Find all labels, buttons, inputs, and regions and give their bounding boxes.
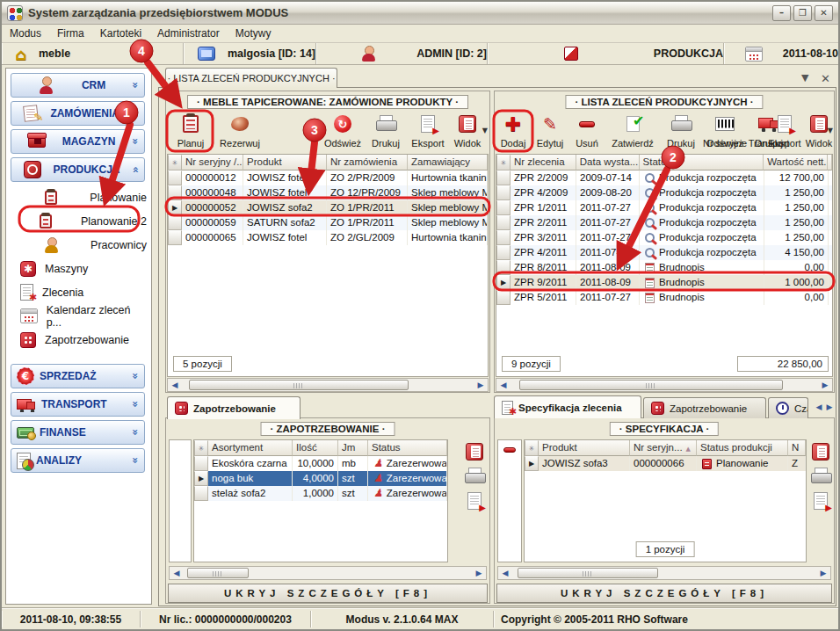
- hide-details-button[interactable]: UKRYJ SZCZEGÓŁY [F8]: [496, 584, 832, 603]
- column-header-clipped[interactable]: N: [788, 440, 806, 456]
- scroll-right-icon[interactable]: ▶: [816, 567, 830, 579]
- column-header[interactable]: Status: [640, 155, 764, 170]
- menu-motywy[interactable]: Motywy: [228, 25, 279, 41]
- odswiez-button[interactable]: Odśwież: [321, 113, 365, 152]
- row-selector[interactable]: [496, 290, 511, 305]
- sidebar-group-analizy[interactable]: ANALIZY »: [11, 448, 145, 473]
- sidebar-item-planowanie[interactable]: Planowanie: [13, 185, 147, 209]
- sidebar-item-zlecenia[interactable]: Zlecenia: [13, 280, 147, 304]
- table-row[interactable]: stelaż sofa2 1,0000 szt Zarezerwowan: [194, 486, 447, 501]
- drukuj-button[interactable]: Drukuj: [366, 113, 405, 152]
- column-header[interactable]: Status: [368, 440, 447, 456]
- eksport-button[interactable]: Eksport: [764, 113, 806, 152]
- tabbar-close-icon[interactable]: ✕: [821, 72, 830, 85]
- sidebar-item-kalendarz[interactable]: Kalendarz zleceń p...: [13, 304, 147, 328]
- column-header[interactable]: Nr zlecenia: [511, 155, 576, 170]
- column-header[interactable]: Produkt: [243, 155, 327, 170]
- tab-zapotrzebowanie[interactable]: Zapotrzebowanie: [167, 396, 301, 419]
- table-row[interactable]: ZPR 2/2011 2011-07-27 Produkcja rozpoczę…: [496, 215, 832, 230]
- scroll-right-icon[interactable]: ▶: [474, 379, 488, 391]
- table-row[interactable]: ZPR 5/2011 2011-07-27 Brudnopis 0,00: [496, 290, 832, 305]
- column-header[interactable]: Asortyment: [208, 440, 293, 456]
- eksport-button[interactable]: Eksport: [407, 113, 449, 152]
- row-current-icon[interactable]: [168, 200, 182, 215]
- scroll-left-icon[interactable]: ◀: [170, 567, 184, 579]
- sidebar-group-finanse[interactable]: FINANSE »: [11, 420, 145, 445]
- scroll-right-icon[interactable]: ▶: [472, 567, 486, 579]
- table-row-selected[interactable]: ZPR 9/2011 2011-08-09 Brudnopis 1 000,00: [496, 275, 832, 290]
- usun-button[interactable]: Usuń: [570, 113, 604, 152]
- date-cell[interactable]: 2011-08-10: [724, 43, 838, 64]
- column-header[interactable]: Nr zamówienia: [327, 155, 408, 170]
- tab-zapotrzebowanie-2[interactable]: Zapotrzebowanie: [643, 397, 766, 418]
- column-header[interactable]: Wartość nett...: [764, 155, 828, 170]
- menu-administrator[interactable]: Administrator: [149, 25, 228, 41]
- column-header-clipped[interactable]: [828, 155, 832, 170]
- widok-button[interactable]: Widok: [451, 113, 484, 152]
- table-row[interactable]: 000000065 JOWISZ fotel ZO 2/GL/2009 Hurt…: [168, 230, 488, 245]
- title-bar[interactable]: System zarządzania przedsiębiorstwem MOD…: [2, 2, 838, 25]
- row-selector[interactable]: [496, 230, 511, 245]
- row-selector[interactable]: [496, 245, 511, 260]
- scroll-right-icon[interactable]: ▶: [818, 379, 832, 391]
- tab-specyfikacja-zlecenia[interactable]: Specyfikacja zlecenia: [494, 395, 641, 418]
- table-row[interactable]: 000000012 JOWISZ fotel ZO 2/PR/2009 Hurt…: [168, 170, 488, 185]
- scroll-thumb[interactable]: [189, 380, 409, 390]
- sidebar-group-magazyn[interactable]: MAGAZYN »: [11, 129, 145, 154]
- menu-firma[interactable]: Firma: [49, 25, 92, 41]
- close-icon[interactable]: ✕: [815, 5, 833, 21]
- view-icon[interactable]: [466, 443, 483, 461]
- row-current-icon[interactable]: [194, 471, 208, 486]
- column-header[interactable]: Jm: [338, 440, 368, 456]
- demand-hscrollbar[interactable]: ◀ ▶: [169, 566, 487, 580]
- sidebar-group-crm[interactable]: CRM »: [11, 73, 145, 98]
- scroll-left-icon[interactable]: ◀: [168, 379, 182, 391]
- scroll-left-icon[interactable]: ◀: [498, 567, 512, 579]
- scroll-thumb[interactable]: [519, 380, 783, 390]
- menu-modus[interactable]: Modus: [2, 25, 49, 41]
- zatwierdz-button[interactable]: Zatwierdź: [605, 113, 660, 152]
- hide-details-button[interactable]: UKRYJ SZCZEGÓŁY [F8]: [168, 584, 488, 603]
- row-selector[interactable]: [168, 185, 182, 200]
- row-selector[interactable]: [496, 200, 511, 215]
- edytuj-button[interactable]: Edytuj: [532, 113, 568, 152]
- row-current-icon[interactable]: [496, 275, 511, 290]
- scroll-thumb[interactable]: [518, 568, 658, 578]
- row-selector[interactable]: [168, 230, 182, 245]
- scroll-track[interactable]: [182, 379, 474, 391]
- column-header[interactable]: Status produkcji: [697, 440, 788, 456]
- column-header-sorted[interactable]: Nr seryjn...: [630, 440, 697, 456]
- export-icon[interactable]: [467, 492, 482, 510]
- module-cell[interactable]: PRODUKCJA: [488, 43, 724, 64]
- table-row[interactable]: ZPR 4/2011 2011-07-27 Produkcja rozpoczę…: [496, 245, 832, 260]
- dodaj-button[interactable]: Dodaj: [496, 113, 530, 152]
- table-row[interactable]: ZPR 2/2009 2009-07-14 Produkcja rozpoczę…: [496, 170, 832, 185]
- sidebar-item-planowanie-2[interactable]: Planowanie 2: [13, 209, 147, 233]
- sidebar-item-zapotrzebowanie[interactable]: Zapotrzebowanie: [13, 328, 147, 352]
- table-row[interactable]: ZPR 4/2009 2009-08-20 Produkcja rozpoczę…: [496, 185, 832, 200]
- rezerwuj-button[interactable]: Rezerwuj: [215, 113, 264, 152]
- row-selector[interactable]: [496, 170, 511, 185]
- scroll-left-icon[interactable]: ◀: [496, 379, 511, 391]
- widok-dropdown-icon[interactable]: ▼: [828, 127, 833, 134]
- drukuj-button[interactable]: Drukuj: [662, 113, 700, 152]
- table-row[interactable]: Ekoskóra czarna 10,0000 mb Zarezerwowan: [194, 456, 447, 471]
- column-header[interactable]: Zamawiający: [408, 155, 488, 170]
- column-header[interactable]: Ilość: [293, 440, 338, 456]
- row-selector[interactable]: [194, 456, 208, 471]
- column-header[interactable]: Nr seryjny /...: [182, 155, 243, 170]
- scroll-track[interactable]: [511, 379, 818, 391]
- column-header[interactable]: Data wysta...: [576, 155, 640, 170]
- row-selector[interactable]: [168, 215, 182, 230]
- sidebar-group-sprzedaz[interactable]: SPRZEDAŻ »: [11, 364, 145, 388]
- scroll-track[interactable]: [512, 567, 816, 579]
- tab-czaso[interactable]: Czaso: [768, 397, 808, 418]
- export-icon[interactable]: [814, 492, 828, 510]
- planuj-button[interactable]: Planuj: [170, 113, 212, 152]
- table-row[interactable]: ZPR 3/2011 2011-07-27 Produkcja rozpoczę…: [496, 230, 832, 245]
- workstation-cell[interactable]: malgosia [ID: 14]: [184, 43, 316, 64]
- table-row-selected[interactable]: JOWISZ sofa3 000000066 Planowanie Z: [525, 456, 806, 471]
- tab-lista-zlecen[interactable]: · LISTA ZLECEŃ PRODUKCYJNYCH ·: [165, 68, 337, 88]
- products-hscrollbar[interactable]: ◀ ▶: [167, 378, 489, 392]
- company-cell[interactable]: meble: [2, 43, 184, 64]
